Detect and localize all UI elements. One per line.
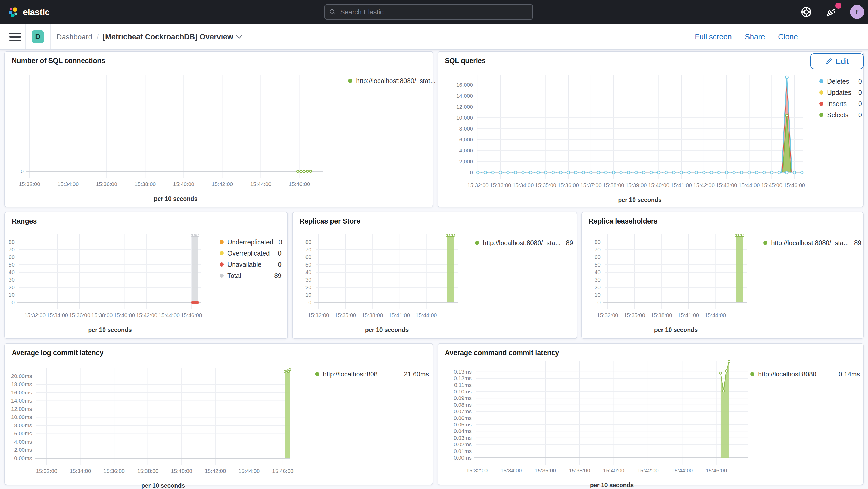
- y-axis-tick-label: 40: [5, 269, 14, 276]
- y-axis-tick-label: 14,000: [438, 92, 473, 99]
- user-avatar[interactable]: r: [850, 5, 864, 19]
- legend-series-label: http://localhost:8080/_stat...: [356, 77, 436, 85]
- panel-ranges: Ranges0102030405060708015:32:0015:34:001…: [4, 212, 288, 339]
- chart-canvas: [293, 212, 578, 339]
- legend-series-label: http://localhost:8080/_sta...: [771, 239, 849, 247]
- panel-sql-queries: SQL queries02,0004,0006,0008,00010,00012…: [437, 51, 864, 207]
- legend-series-value: 0: [853, 100, 862, 108]
- legend-series-value: 0: [274, 238, 282, 246]
- help-icon[interactable]: [800, 5, 813, 19]
- legend-item[interactable]: Total89: [220, 271, 281, 280]
- x-axis-title: per 10 seconds: [476, 482, 748, 489]
- y-axis-tick-label: 0: [438, 169, 473, 176]
- y-axis-tick-label: 40: [582, 269, 600, 276]
- y-axis-tick-label: 8.00ms: [5, 422, 32, 429]
- breadcrumb-dashboard-link[interactable]: Dashboard: [57, 24, 92, 50]
- y-axis-tick-label: 80: [582, 239, 600, 245]
- y-axis-tick-label: 0: [5, 168, 24, 175]
- y-axis-tick-label: 40: [293, 269, 311, 276]
- legend-series-dot: [348, 79, 352, 83]
- legend-series-dot: [819, 113, 824, 117]
- y-axis-tick-label: 50: [582, 261, 600, 268]
- y-axis-tick-label: 10: [293, 292, 311, 298]
- y-axis-tick-label: 20: [293, 284, 311, 291]
- legend-item[interactable]: Deletes0: [819, 77, 862, 86]
- legend-series-label: Unavailable: [227, 261, 261, 268]
- y-axis-tick-label: 8,000: [438, 125, 473, 132]
- panel-average-command-commit-latency: Average command commit latency0.00ms0.01…: [437, 343, 864, 485]
- y-axis-tick-label: 0.02ms: [438, 441, 472, 448]
- legend-item[interactable]: Overreplicated0: [220, 249, 281, 258]
- legend-item[interactable]: Underreplicated0: [220, 238, 281, 246]
- y-axis-tick-label: 2,000: [438, 158, 473, 165]
- legend-series-label: http://localhost:808...: [323, 370, 383, 378]
- y-axis-tick-label: 50: [5, 261, 14, 268]
- x-axis-tick-label: 15:46:00: [770, 182, 819, 189]
- share-button[interactable]: Share: [745, 24, 765, 50]
- legend-series-value: 89: [849, 239, 862, 247]
- series-http-localhost-8080-sta-: [735, 234, 744, 303]
- y-axis-tick-label: 0: [293, 299, 311, 306]
- legend-series-label: http://localhost:8080/_sta...: [483, 239, 561, 247]
- space-avatar[interactable]: D: [32, 30, 44, 43]
- global-header: elastic r: [0, 0, 868, 24]
- y-axis-tick-label: 6.00ms: [5, 430, 32, 437]
- legend-item[interactable]: Unavailable0: [220, 260, 281, 269]
- legend-item[interactable]: Inserts0: [819, 99, 862, 108]
- y-axis-tick-label: 0.00ms: [438, 454, 472, 461]
- x-axis-tick-label: 15:46:00: [275, 181, 324, 188]
- y-axis-tick-label: 0.05ms: [438, 421, 472, 428]
- global-search[interactable]: [324, 4, 533, 20]
- pencil-icon: [825, 58, 833, 65]
- legend-series-dot: [763, 241, 768, 245]
- panel-average-log-commit-latency: Average log commit latency0.00ms2.00ms4.…: [4, 343, 433, 485]
- x-axis-tick-label: 15:46:00: [258, 468, 308, 475]
- brand-text: elastic: [23, 7, 50, 17]
- breadcrumb-separator: /: [97, 24, 99, 50]
- legend-item[interactable]: http://localhost:8080/_sta...89: [475, 238, 573, 247]
- legend-item[interactable]: http://localhost:8080...0.14ms: [750, 370, 860, 378]
- x-axis-title: per 10 seconds: [19, 327, 201, 333]
- y-axis-tick-label: 30: [293, 276, 311, 283]
- legend-series-label: http://localhost:8080...: [758, 370, 822, 378]
- y-axis-tick-label: 80: [293, 239, 311, 245]
- legend-series-dot: [750, 372, 754, 376]
- legend-item[interactable]: http://localhost:8080/_stat...0: [348, 77, 429, 85]
- space-initial: D: [35, 33, 40, 41]
- search-input[interactable]: [340, 8, 528, 17]
- y-axis-tick-label: 2.00ms: [5, 447, 32, 453]
- legend-item[interactable]: http://localhost:8080/_sta...89: [763, 238, 859, 247]
- series-deletes-peak: [785, 76, 788, 79]
- x-axis-title: per 10 seconds: [605, 327, 747, 333]
- series-unavailable: [191, 301, 199, 304]
- y-axis-tick-label: 0.13ms: [438, 368, 472, 375]
- y-axis-tick-label: 0.09ms: [438, 395, 472, 401]
- clone-button[interactable]: Clone: [778, 24, 798, 50]
- menu-icon[interactable]: [9, 31, 21, 42]
- legend-series-value: 21.60ms: [399, 370, 429, 378]
- series-total: [191, 234, 199, 303]
- legend-series-value: 0: [853, 78, 862, 85]
- y-axis-tick-label: 20: [582, 284, 600, 291]
- legend-series-dot: [819, 101, 824, 106]
- y-axis-tick-label: 10.00ms: [5, 414, 32, 421]
- series-selects-peak: [785, 114, 788, 117]
- chevron-down-icon[interactable]: [236, 24, 243, 50]
- legend-item[interactable]: http://localhost:808...21.60ms: [315, 370, 429, 378]
- x-axis-tick-label: 15:44:00: [402, 312, 451, 318]
- page-title: [Metricbeat CockroachDB] Overview: [103, 24, 233, 50]
- y-axis-tick-label: 0.10ms: [438, 388, 472, 395]
- y-axis-tick-label: 50: [293, 261, 311, 268]
- elastic-home-link[interactable]: elastic: [8, 0, 50, 24]
- y-axis-tick-label: 12,000: [438, 103, 473, 110]
- y-axis-tick-label: 0.01ms: [438, 448, 472, 455]
- legend-item[interactable]: Updates0: [819, 88, 862, 97]
- edit-button[interactable]: Edit: [810, 53, 864, 69]
- legend-item[interactable]: Selects0: [819, 111, 862, 119]
- full-screen-button[interactable]: Full screen: [695, 24, 732, 50]
- search-icon: [329, 8, 336, 16]
- y-axis-tick-label: 30: [582, 276, 600, 283]
- legend-series-label: Selects: [827, 111, 848, 119]
- y-axis-tick-label: 10,000: [438, 114, 473, 121]
- x-axis-tick-label: 15:46:00: [167, 312, 216, 318]
